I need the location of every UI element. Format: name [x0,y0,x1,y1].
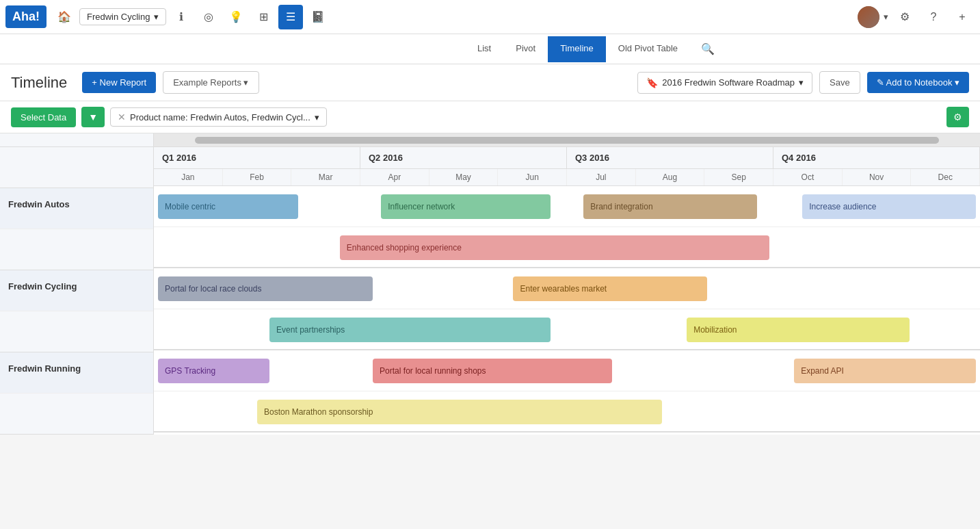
info-nav-btn[interactable]: ℹ [169,5,194,29]
search-tab-icon[interactable]: 🔍 [701,42,715,55]
row-label-fredwin-cycling-1: Fredwin Cycling [0,270,153,311]
filter-chip-text: Product name: Fredwin Autos, Fredwin Cyc… [130,112,310,122]
bar-expand-api[interactable]: Expand API [794,359,976,383]
month-jun: Jun [498,169,567,185]
top-nav-right: ▾ ⚙ ? + [858,5,975,29]
quarter-headers: Q1 2016 Q2 2016 Q3 2016 Q4 2016 [154,147,980,169]
bookmark-icon: 🔖 [646,77,658,88]
settings-nav-btn[interactable]: ⚙ [892,5,917,29]
avatar-image [858,6,879,28]
month-nov: Nov [843,169,912,185]
list-nav-btn[interactable]: ☰ [278,5,303,29]
page-title: Timeline [11,74,67,92]
tab-timeline[interactable]: Timeline [548,36,606,62]
help-nav-btn[interactable]: ? [921,5,946,29]
settings-icon: ⚙ [953,112,962,122]
quarter-header-label [0,147,153,188]
month-dec: Dec [911,169,980,185]
month-aug: Aug [636,169,705,185]
target-nav-btn[interactable]: ◎ [196,5,221,29]
month-sep: Sep [704,169,773,185]
row-label-fredwin-running-1: Fredwin Running [0,352,153,393]
save-label: Save [830,77,850,88]
quarter-q3: Q3 2016 [567,147,773,168]
bar-influencer-network[interactable]: Influencer network [381,194,551,219]
user-avatar[interactable] [858,6,879,28]
bar-enter-wearables[interactable]: Enter wearables market [513,276,707,301]
tab-list[interactable]: List [465,36,503,62]
running-row-1: GPS Tracking Portal for local running sh… [154,350,980,391]
app-logo[interactable]: Aha! [5,5,47,28]
group-label-autos: Fredwin Autos [8,199,70,209]
quarter-q1: Q1 2016 [154,147,360,168]
group-label-running: Fredwin Running [8,363,81,374]
product-name: Fredwin Cycling [87,12,150,22]
add-to-notebook-button[interactable]: ✎ Add to Notebook ▾ [867,72,969,93]
quarter-q2: Q2 2016 [360,147,567,168]
filter-icon: ▼ [88,112,98,122]
product-dropdown-icon: ▾ [154,12,159,22]
toolbar: Timeline + New Report Example Reports ▾ … [0,64,980,101]
timeline-settings-button[interactable]: ⚙ [946,107,969,127]
roadmap-selector[interactable]: 🔖 2016 Fredwin Software Roadmap ▾ [637,72,812,94]
product-selector[interactable]: Fredwin Cycling ▾ [79,8,166,25]
bar-mobilization[interactable]: Mobilization [687,318,910,342]
bar-event-partnerships[interactable]: Event partnerships [269,318,551,342]
row-label-fredwin-autos-1: Fredwin Autos [0,188,153,229]
select-data-label: Select Data [21,112,66,122]
month-jul: Jul [567,169,636,185]
autos-row-2: Enhanced shopping experience [154,227,980,268]
bar-portal-race-clouds[interactable]: Portal for local race clouds [158,276,373,301]
timeline-area: Fredwin Autos Fredwin Cycling Fredwin Ru… [0,133,980,435]
top-nav: Aha! 🏠 Fredwin Cycling ▾ ℹ ◎ 💡 ⊞ ☰ 📓 ▾ ⚙… [0,0,980,34]
filter-bar: Select Data ▼ ✕ Product name: Fredwin Au… [0,101,980,133]
filter-chip-close[interactable]: ✕ [118,112,126,122]
row-label-fredwin-autos-2 [0,229,153,270]
bar-brand-integration[interactable]: Brand integration [583,194,757,219]
example-reports-label: Example Reports ▾ [173,77,248,88]
add-nav-btn[interactable]: + [950,5,975,29]
filter-chip-dropdown[interactable]: ▾ [315,112,319,122]
row-labels: Fredwin Autos Fredwin Cycling Fredwin Ru… [0,133,154,435]
tab-bar: List Pivot Timeline Old Pivot Table 🔍 [0,34,980,64]
save-button[interactable]: Save [819,71,860,94]
timeline-grid: Q1 2016 Q2 2016 Q3 2016 Q4 2016 Jan Feb … [154,133,980,435]
filter-icon-button[interactable]: ▼ [81,107,105,127]
home-nav-btn[interactable]: 🏠 [52,5,77,29]
running-row-2: Boston Marathon sponsorship [154,391,980,433]
notebook-nav-btn[interactable]: 📓 [306,5,330,29]
lightbulb-nav-btn[interactable]: 💡 [224,5,248,29]
autos-row-1: Mobile centric Influencer network Brand … [154,186,980,227]
tab-old-pivot[interactable]: Old Pivot Table [606,36,690,62]
roadmap-dropdown-icon: ▾ [799,77,804,88]
bar-portal-running-shops[interactable]: Portal for local running shops [373,359,612,383]
tab-pivot[interactable]: Pivot [503,36,548,62]
timeline-rows: Mobile centric Influencer network Brand … [154,186,980,433]
roadmap-name: 2016 Fredwin Software Roadmap [662,77,795,88]
bar-boston-marathon[interactable]: Boston Marathon sponsorship [257,400,662,424]
bar-gps-tracking[interactable]: GPS Tracking [158,359,269,383]
scroll-thumb[interactable] [195,137,938,144]
grid-nav-btn[interactable]: ⊞ [251,5,276,29]
cycling-row-2: Event partnerships Mobilization [154,309,980,350]
new-report-label: + New Report [92,77,146,88]
bar-enhanced-shopping[interactable]: Enhanced shopping experience [340,235,769,260]
month-headers: Jan Feb Mar Apr May Jun Jul Aug Sep Oct … [154,169,980,186]
example-reports-button[interactable]: Example Reports ▾ [163,71,259,94]
row-label-fredwin-cycling-2 [0,311,153,352]
month-oct: Oct [773,169,843,185]
select-data-button[interactable]: Select Data [11,107,76,127]
new-report-button[interactable]: + New Report [82,72,156,93]
cycling-row-1: Portal for local race clouds Enter weara… [154,268,980,309]
avatar-dropdown[interactable]: ▾ [884,12,888,22]
scroll-track[interactable] [154,133,980,147]
group-label-cycling: Fredwin Cycling [8,281,77,292]
bar-increase-audience[interactable]: Increase audience [802,194,976,219]
month-mar: Mar [291,169,360,185]
bar-mobile-centric[interactable]: Mobile centric [158,194,298,219]
month-feb: Feb [223,169,292,185]
month-jan: Jan [154,169,223,185]
add-to-notebook-label: ✎ Add to Notebook ▾ [877,77,959,88]
filter-chip[interactable]: ✕ Product name: Fredwin Autos, Fredwin C… [110,107,327,127]
quarter-q4: Q4 2016 [773,147,980,168]
